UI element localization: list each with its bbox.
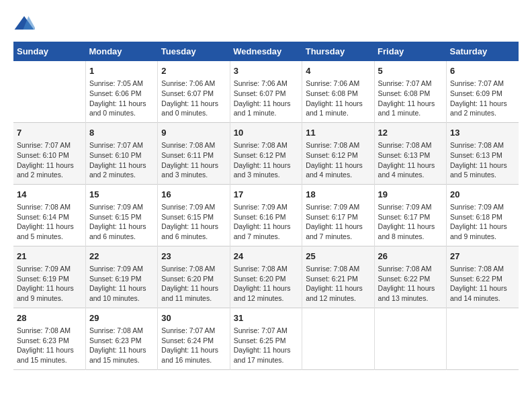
day-info: Sunrise: 7:09 AMSunset: 6:19 PMDaylight:… bbox=[89, 264, 154, 304]
day-info: Sunrise: 7:08 AMSunset: 6:21 PMDaylight:… bbox=[306, 264, 370, 304]
day-info: Sunrise: 7:07 AMSunset: 6:09 PMDaylight:… bbox=[450, 79, 515, 118]
calendar-cell bbox=[447, 308, 519, 369]
day-number: 17 bbox=[234, 189, 298, 201]
day-number: 23 bbox=[161, 250, 226, 263]
calendar-cell: 30Sunrise: 7:07 AMSunset: 6:24 PMDayligh… bbox=[158, 308, 230, 369]
day-number: 15 bbox=[89, 189, 154, 201]
day-info: Sunrise: 7:06 AMSunset: 6:07 PMDaylight:… bbox=[161, 79, 226, 118]
calendar-cell: 8Sunrise: 7:07 AMSunset: 6:10 PMDaylight… bbox=[85, 122, 157, 184]
calendar-cell: 10Sunrise: 7:08 AMSunset: 6:12 PMDayligh… bbox=[230, 122, 302, 184]
day-number: 31 bbox=[234, 312, 298, 324]
day-info: Sunrise: 7:07 AMSunset: 6:08 PMDaylight:… bbox=[378, 79, 443, 118]
calendar-cell: 1Sunrise: 7:05 AMSunset: 6:06 PMDaylight… bbox=[85, 61, 157, 122]
day-info: Sunrise: 7:09 AMSunset: 6:18 PMDaylight:… bbox=[450, 202, 515, 242]
day-info: Sunrise: 7:05 AMSunset: 6:06 PMDaylight:… bbox=[89, 79, 154, 118]
calendar-cell: 26Sunrise: 7:08 AMSunset: 6:22 PMDayligh… bbox=[374, 246, 446, 308]
day-info: Sunrise: 7:09 AMSunset: 6:19 PMDaylight:… bbox=[17, 264, 82, 304]
calendar-cell: 7Sunrise: 7:07 AMSunset: 6:10 PMDaylight… bbox=[13, 122, 85, 184]
calendar-cell: 13Sunrise: 7:08 AMSunset: 6:13 PMDayligh… bbox=[447, 122, 519, 184]
logo-icon bbox=[13, 13, 35, 35]
day-info: Sunrise: 7:08 AMSunset: 6:12 PMDaylight:… bbox=[306, 140, 370, 180]
calendar-cell bbox=[374, 308, 446, 369]
header-wednesday: Wednesday bbox=[230, 42, 302, 61]
calendar-table: SundayMondayTuesdayWednesdayThursdayFrid… bbox=[13, 42, 519, 370]
calendar-cell: 25Sunrise: 7:08 AMSunset: 6:21 PMDayligh… bbox=[302, 246, 374, 308]
day-number: 25 bbox=[306, 250, 370, 263]
calendar-cell bbox=[13, 61, 85, 122]
day-number: 26 bbox=[378, 250, 443, 263]
calendar-cell: 4Sunrise: 7:06 AMSunset: 6:08 PMDaylight… bbox=[302, 61, 374, 122]
calendar-cell: 21Sunrise: 7:09 AMSunset: 6:19 PMDayligh… bbox=[13, 246, 85, 308]
day-number: 10 bbox=[234, 127, 298, 139]
day-info: Sunrise: 7:08 AMSunset: 6:20 PMDaylight:… bbox=[234, 264, 298, 304]
day-info: Sunrise: 7:08 AMSunset: 6:14 PMDaylight:… bbox=[17, 202, 82, 242]
day-info: Sunrise: 7:08 AMSunset: 6:23 PMDaylight:… bbox=[89, 326, 154, 365]
day-info: Sunrise: 7:06 AMSunset: 6:08 PMDaylight:… bbox=[306, 79, 370, 118]
calendar-cell: 20Sunrise: 7:09 AMSunset: 6:18 PMDayligh… bbox=[447, 184, 519, 246]
header-saturday: Saturday bbox=[447, 42, 519, 61]
calendar-cell: 3Sunrise: 7:06 AMSunset: 6:07 PMDaylight… bbox=[230, 61, 302, 122]
day-number: 18 bbox=[306, 189, 370, 201]
week-row-4: 21Sunrise: 7:09 AMSunset: 6:19 PMDayligh… bbox=[13, 246, 519, 308]
calendar-cell: 31Sunrise: 7:07 AMSunset: 6:25 PMDayligh… bbox=[230, 308, 302, 369]
calendar-cell: 24Sunrise: 7:08 AMSunset: 6:20 PMDayligh… bbox=[230, 246, 302, 308]
day-info: Sunrise: 7:08 AMSunset: 6:22 PMDaylight:… bbox=[450, 264, 515, 304]
header-tuesday: Tuesday bbox=[158, 42, 230, 61]
week-row-5: 28Sunrise: 7:08 AMSunset: 6:23 PMDayligh… bbox=[13, 308, 519, 369]
calendar-cell bbox=[302, 308, 374, 369]
day-number: 13 bbox=[450, 127, 515, 139]
calendar-cell: 9Sunrise: 7:08 AMSunset: 6:11 PMDaylight… bbox=[158, 122, 230, 184]
day-number: 1 bbox=[89, 65, 154, 77]
day-info: Sunrise: 7:09 AMSunset: 6:15 PMDaylight:… bbox=[89, 202, 154, 242]
day-info: Sunrise: 7:08 AMSunset: 6:23 PMDaylight:… bbox=[17, 326, 82, 365]
calendar-cell: 23Sunrise: 7:08 AMSunset: 6:20 PMDayligh… bbox=[158, 246, 230, 308]
calendar-cell: 22Sunrise: 7:09 AMSunset: 6:19 PMDayligh… bbox=[85, 246, 157, 308]
header bbox=[13, 13, 519, 35]
day-info: Sunrise: 7:06 AMSunset: 6:07 PMDaylight:… bbox=[234, 79, 298, 118]
calendar-cell: 29Sunrise: 7:08 AMSunset: 6:23 PMDayligh… bbox=[85, 308, 157, 369]
calendar-header-row: SundayMondayTuesdayWednesdayThursdayFrid… bbox=[13, 42, 519, 61]
calendar-cell: 11Sunrise: 7:08 AMSunset: 6:12 PMDayligh… bbox=[302, 122, 374, 184]
day-number: 24 bbox=[234, 250, 298, 263]
day-info: Sunrise: 7:09 AMSunset: 6:15 PMDaylight:… bbox=[161, 202, 226, 242]
header-monday: Monday bbox=[85, 42, 157, 61]
day-info: Sunrise: 7:07 AMSunset: 6:25 PMDaylight:… bbox=[234, 326, 298, 365]
day-info: Sunrise: 7:09 AMSunset: 6:17 PMDaylight:… bbox=[306, 202, 370, 242]
calendar-cell: 19Sunrise: 7:09 AMSunset: 6:17 PMDayligh… bbox=[374, 184, 446, 246]
day-info: Sunrise: 7:08 AMSunset: 6:12 PMDaylight:… bbox=[234, 140, 298, 180]
day-number: 19 bbox=[378, 189, 443, 201]
calendar-cell: 16Sunrise: 7:09 AMSunset: 6:15 PMDayligh… bbox=[158, 184, 230, 246]
calendar-cell: 15Sunrise: 7:09 AMSunset: 6:15 PMDayligh… bbox=[85, 184, 157, 246]
day-number: 11 bbox=[306, 127, 370, 139]
day-info: Sunrise: 7:07 AMSunset: 6:24 PMDaylight:… bbox=[161, 326, 226, 365]
day-number: 20 bbox=[450, 189, 515, 201]
calendar-cell: 18Sunrise: 7:09 AMSunset: 6:17 PMDayligh… bbox=[302, 184, 374, 246]
day-number: 22 bbox=[89, 250, 154, 263]
day-info: Sunrise: 7:08 AMSunset: 6:13 PMDaylight:… bbox=[450, 140, 515, 180]
day-info: Sunrise: 7:07 AMSunset: 6:10 PMDaylight:… bbox=[17, 140, 82, 180]
day-number: 12 bbox=[378, 127, 443, 139]
day-number: 8 bbox=[89, 127, 154, 139]
header-friday: Friday bbox=[374, 42, 446, 61]
calendar-cell: 14Sunrise: 7:08 AMSunset: 6:14 PMDayligh… bbox=[13, 184, 85, 246]
calendar-cell: 5Sunrise: 7:07 AMSunset: 6:08 PMDaylight… bbox=[374, 61, 446, 122]
calendar-cell: 27Sunrise: 7:08 AMSunset: 6:22 PMDayligh… bbox=[447, 246, 519, 308]
week-row-1: 1Sunrise: 7:05 AMSunset: 6:06 PMDaylight… bbox=[13, 61, 519, 122]
calendar-cell: 6Sunrise: 7:07 AMSunset: 6:09 PMDaylight… bbox=[447, 61, 519, 122]
day-info: Sunrise: 7:08 AMSunset: 6:11 PMDaylight:… bbox=[161, 140, 226, 180]
day-info: Sunrise: 7:08 AMSunset: 6:20 PMDaylight:… bbox=[161, 264, 226, 304]
day-info: Sunrise: 7:09 AMSunset: 6:17 PMDaylight:… bbox=[378, 202, 443, 242]
day-number: 29 bbox=[89, 312, 154, 324]
day-info: Sunrise: 7:08 AMSunset: 6:13 PMDaylight:… bbox=[378, 140, 443, 180]
day-info: Sunrise: 7:09 AMSunset: 6:16 PMDaylight:… bbox=[234, 202, 298, 242]
day-info: Sunrise: 7:08 AMSunset: 6:22 PMDaylight:… bbox=[378, 264, 443, 304]
header-sunday: Sunday bbox=[13, 42, 85, 61]
day-number: 14 bbox=[17, 189, 82, 201]
calendar-cell: 28Sunrise: 7:08 AMSunset: 6:23 PMDayligh… bbox=[13, 308, 85, 369]
day-number: 30 bbox=[161, 312, 226, 324]
week-row-2: 7Sunrise: 7:07 AMSunset: 6:10 PMDaylight… bbox=[13, 122, 519, 184]
day-number: 3 bbox=[234, 65, 298, 77]
header-thursday: Thursday bbox=[302, 42, 374, 61]
day-number: 9 bbox=[161, 127, 226, 139]
day-number: 27 bbox=[450, 250, 515, 263]
